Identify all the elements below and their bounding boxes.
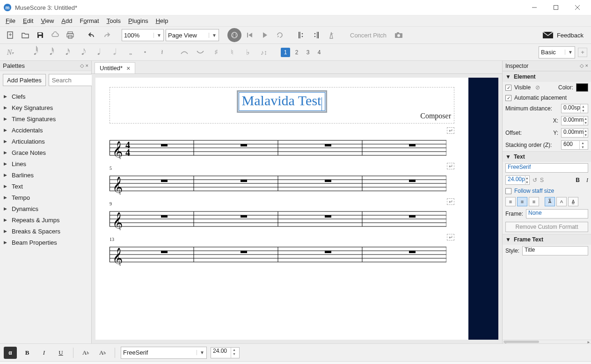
system-break-icon[interactable]: ↵	[447, 198, 454, 205]
stacking-input[interactable]: 600▲▼	[561, 140, 588, 150]
duration-8th[interactable]: 𝅘𝅥𝅮	[75, 46, 88, 59]
save-button[interactable]	[34, 29, 47, 42]
visible-checkbox[interactable]	[505, 85, 511, 91]
bold-button[interactable]: B	[21, 347, 34, 359]
italic-button[interactable]: I	[586, 177, 588, 184]
cloud-button[interactable]	[49, 29, 62, 42]
note-input-mode-button[interactable]: N▾	[4, 46, 17, 59]
menu-edit[interactable]: Edit	[19, 16, 37, 25]
menu-help[interactable]: Help	[152, 16, 172, 25]
underline-button[interactable]: U	[54, 347, 67, 359]
palette-item[interactable]: ▶Text	[0, 181, 91, 192]
slur-button[interactable]	[194, 46, 207, 59]
staff-system[interactable]: 9↵𝄞	[109, 208, 454, 230]
repeat-end-button[interactable]	[310, 29, 323, 42]
valign-mid-button[interactable]: A	[556, 197, 567, 206]
menu-file[interactable]: File	[2, 16, 19, 25]
remove-formatting-button[interactable]: Remove Custom Formatt	[505, 222, 588, 232]
loop-button[interactable]	[273, 29, 286, 42]
italic-button[interactable]: I	[37, 347, 51, 359]
open-button[interactable]	[19, 29, 32, 42]
rewind-button[interactable]	[243, 29, 256, 42]
offset-x-input[interactable]: 0.00mm▲▼	[561, 116, 588, 125]
feedback-button[interactable]: Feedback	[557, 32, 584, 39]
text-size-input[interactable]: 24.00p▲▼	[505, 175, 530, 185]
palette-item[interactable]: ▶Grace Notes	[0, 147, 91, 158]
inspector-element-header[interactable]: ▼Element	[503, 72, 591, 82]
sharp-button[interactable]: ♯	[210, 46, 223, 59]
frame-combo[interactable]: None	[526, 209, 588, 218]
style-s-button[interactable]: S	[540, 177, 544, 183]
staff-system[interactable]: 13↵𝄞	[109, 243, 454, 266]
undock-icon[interactable]: ◇	[80, 63, 84, 69]
flip-button[interactable]: ♪↕	[257, 46, 270, 59]
close-panel-icon[interactable]: ×	[585, 63, 588, 69]
palette-item[interactable]: ▶Beam Properties	[0, 237, 91, 248]
undo-button[interactable]	[85, 29, 98, 42]
system-break-icon[interactable]: ↵	[447, 234, 454, 240]
repeat-start-button[interactable]	[295, 29, 308, 42]
valign-top-button[interactable]: A̅	[545, 197, 555, 206]
palette-item[interactable]: ▶Clefs	[0, 91, 91, 102]
autoplacement-checkbox[interactable]	[505, 95, 511, 101]
staff-system[interactable]: 5↵𝄞	[109, 172, 454, 195]
voice-1-button[interactable]: 1	[281, 48, 290, 57]
valign-base-button[interactable]: A̲	[568, 197, 578, 206]
add-palettes-button[interactable]: Add Palettes	[3, 74, 46, 86]
rest-button[interactable]: 𝄽	[154, 46, 168, 59]
score-title[interactable]: Malavida Test	[242, 93, 321, 108]
natural-button[interactable]: ♮	[226, 46, 239, 59]
palette-item[interactable]: ▶Breaks & Spacers	[0, 226, 91, 237]
inspector-text-header[interactable]: ▼Text	[503, 152, 591, 162]
palette-item[interactable]: ▶Dynamics	[0, 203, 91, 214]
flat-button[interactable]: ♭	[241, 46, 255, 59]
voice-2-button[interactable]: 2	[292, 48, 301, 57]
palette-item[interactable]: ▶Lines	[0, 158, 91, 169]
duration-whole[interactable]: 𝅝	[123, 46, 136, 59]
redo-button[interactable]	[100, 29, 113, 42]
align-left-button[interactable]: ≡	[505, 197, 516, 206]
color-swatch[interactable]	[576, 83, 588, 92]
print-button[interactable]	[64, 29, 77, 42]
play-button[interactable]	[258, 29, 271, 42]
align-right-button[interactable]: ≡	[529, 197, 539, 206]
system-break-icon[interactable]: ↵	[447, 163, 454, 169]
staff-system[interactable]: ↵𝄞44	[109, 137, 454, 159]
title-edit-box[interactable]: Malavida Test	[237, 90, 328, 113]
score-area[interactable]: Malavida Test Composer ↵𝄞445↵𝄞9↵𝄞13↵𝄞	[95, 78, 498, 340]
concert-pitch-button[interactable]: Concert Pitch	[346, 32, 390, 39]
duration-32nd[interactable]: 𝅘𝅥𝅰	[43, 46, 56, 59]
duration-16th[interactable]: 𝅘𝅥𝅯	[59, 46, 72, 59]
palette-item[interactable]: ▶Time Signatures	[0, 113, 91, 124]
tie-button[interactable]	[178, 46, 191, 59]
edit-size-input[interactable]: 24.00▲▼	[211, 347, 240, 358]
menu-format[interactable]: Format	[76, 16, 102, 25]
menu-tools[interactable]: Tools	[103, 16, 124, 25]
palette-item[interactable]: ▶Repeats & Jumps	[0, 214, 91, 226]
text-font-combo[interactable]: FreeSerif	[505, 163, 588, 173]
duration-dot[interactable]: •	[139, 46, 152, 59]
min-distance-input[interactable]: 0.00sp▲▼	[561, 104, 588, 113]
midi-button[interactable]	[227, 28, 241, 42]
reset-icon[interactable]: ↺	[533, 177, 537, 183]
palette-item[interactable]: ▶Articulations	[0, 136, 91, 147]
window-maximize-button[interactable]	[545, 0, 567, 15]
palette-item[interactable]: ▶Key Signatures	[0, 102, 91, 113]
close-tab-icon[interactable]: ×	[126, 65, 130, 72]
menu-plugins[interactable]: Plugins	[124, 16, 152, 25]
window-close-button[interactable]	[567, 0, 588, 15]
voice-4-button[interactable]: 4	[314, 48, 324, 57]
add-workspace-button[interactable]: +	[578, 48, 587, 57]
follow-staff-checkbox[interactable]	[505, 188, 511, 194]
workspace-combo[interactable]: Basic▼	[539, 46, 575, 58]
palette-item[interactable]: ▶Accidentals	[0, 124, 91, 136]
menu-add[interactable]: Add	[58, 16, 76, 25]
system-break-icon[interactable]: ↵	[447, 127, 454, 134]
voice-3-button[interactable]: 3	[303, 48, 313, 57]
composer-text[interactable]: Composer	[420, 112, 451, 120]
duration-half[interactable]: 𝅗𝅥	[107, 46, 120, 59]
document-tab[interactable]: Untitled* ×	[95, 62, 135, 73]
new-score-button[interactable]	[4, 29, 17, 42]
offset-y-input[interactable]: 0.00mm▲▼	[561, 128, 588, 138]
inspector-hscrollbar[interactable]: ◄ ►	[503, 340, 591, 343]
